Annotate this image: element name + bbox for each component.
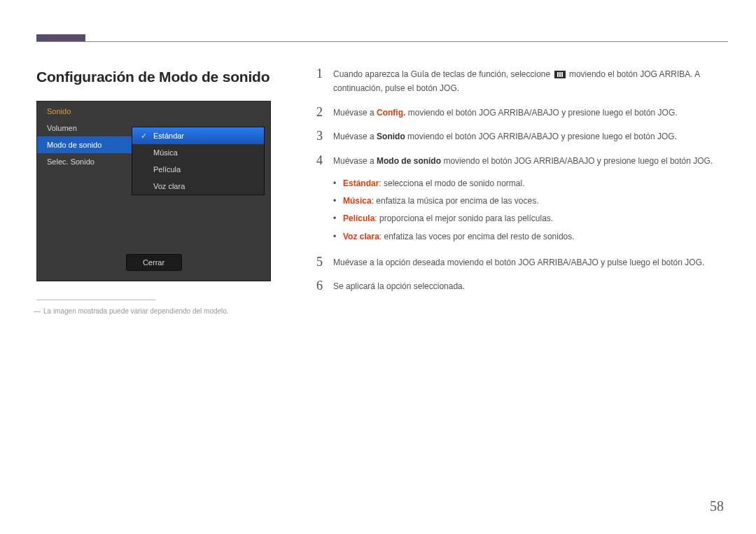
- top-rule: [36, 41, 728, 42]
- option-voz-clara: Voz clara: enfatiza las voces por encima…: [333, 228, 721, 246]
- submenu-voz-clara[interactable]: Voz clara: [132, 178, 264, 195]
- checkmark-icon: ✓: [141, 132, 147, 141]
- step-5: 5 Muévase a la opción deseada moviendo e…: [316, 255, 721, 269]
- options-list: Estándar: selecciona el modo de sonido n…: [333, 175, 721, 246]
- osd-item-selec-sonido[interactable]: Selec. Sonido: [37, 153, 132, 170]
- footnote-text: La imagen mostrada puede variar dependie…: [36, 307, 288, 315]
- footnote-rule: [36, 300, 155, 300]
- step-number: 5: [316, 255, 333, 269]
- step-2: 2 Muévase a Config. moviendo el botón JO…: [316, 106, 721, 120]
- submenu-label: Estándar: [153, 132, 184, 140]
- osd-item-modo-sonido[interactable]: Modo de sonido: [37, 136, 132, 153]
- page-title: Configuración de Modo de sonido: [36, 69, 288, 85]
- steps-list: 1 Cuando aparezca la Guía de teclas de f…: [316, 67, 721, 168]
- page-number: 58: [710, 498, 724, 514]
- osd-submenu: ✓ Estándar Música Película Voz clara: [132, 127, 265, 195]
- step-number: 2: [316, 106, 333, 120]
- step-body: Se aplicará la opción seleccionada.: [333, 279, 721, 293]
- submenu-estandar[interactable]: ✓ Estándar: [132, 127, 264, 144]
- step-number: 6: [316, 279, 333, 293]
- accent-bar: [36, 34, 85, 41]
- step-body: Cuando aparezca la Guía de teclas de fun…: [333, 67, 721, 96]
- option-pelicula: Película: proporciona el mejor sonido pa…: [333, 210, 721, 227]
- step-4: 4 Muévase a Modo de sonido moviendo el b…: [316, 154, 721, 168]
- step-body: Muévase a la opción deseada moviendo el …: [333, 255, 721, 269]
- left-column: Configuración de Modo de sonido Sonido V…: [36, 69, 288, 315]
- osd-item-volumen[interactable]: Volumen: [37, 120, 132, 136]
- step-6: 6 Se aplicará la opción seleccionada.: [316, 279, 721, 293]
- step-body: Muévase a Modo de sonido moviendo el bot…: [333, 154, 721, 168]
- option-estandar: Estándar: selecciona el modo de sonido n…: [333, 175, 721, 192]
- step-number: 1: [316, 67, 333, 96]
- option-musica: Música: enfatiza la música por encima de…: [333, 192, 721, 210]
- menu-icon: [554, 71, 566, 78]
- step-number: 4: [316, 154, 333, 168]
- step-body: Muévase a Config. moviendo el botón JOG …: [333, 106, 721, 120]
- osd-tab-sonido: Sonido: [37, 101, 270, 120]
- osd-panel: Sonido Volumen Modo de sonido Selec. Son…: [36, 101, 271, 281]
- close-button[interactable]: Cerrar: [126, 254, 182, 271]
- step-1: 1 Cuando aparezca la Guía de teclas de f…: [316, 67, 721, 96]
- submenu-pelicula[interactable]: Película: [132, 161, 264, 178]
- submenu-musica[interactable]: Música: [132, 144, 264, 161]
- step-body: Muévase a Sonido moviendo el botón JOG A…: [333, 129, 721, 143]
- step-number: 3: [316, 129, 333, 143]
- step-3: 3 Muévase a Sonido moviendo el botón JOG…: [316, 129, 721, 143]
- right-column: 1 Cuando aparezca la Guía de teclas de f…: [316, 67, 721, 303]
- steps-list-continued: 5 Muévase a la opción deseada moviendo e…: [316, 255, 721, 294]
